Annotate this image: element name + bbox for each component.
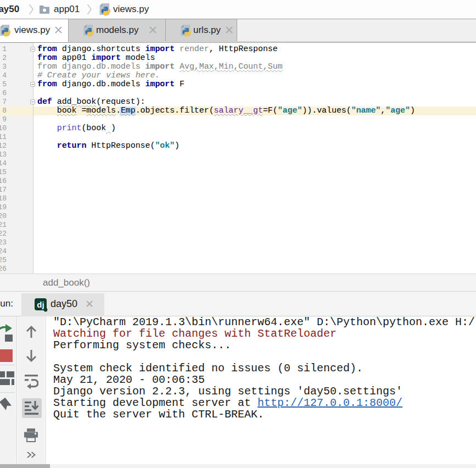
svg-text:dj: dj bbox=[37, 300, 44, 309]
